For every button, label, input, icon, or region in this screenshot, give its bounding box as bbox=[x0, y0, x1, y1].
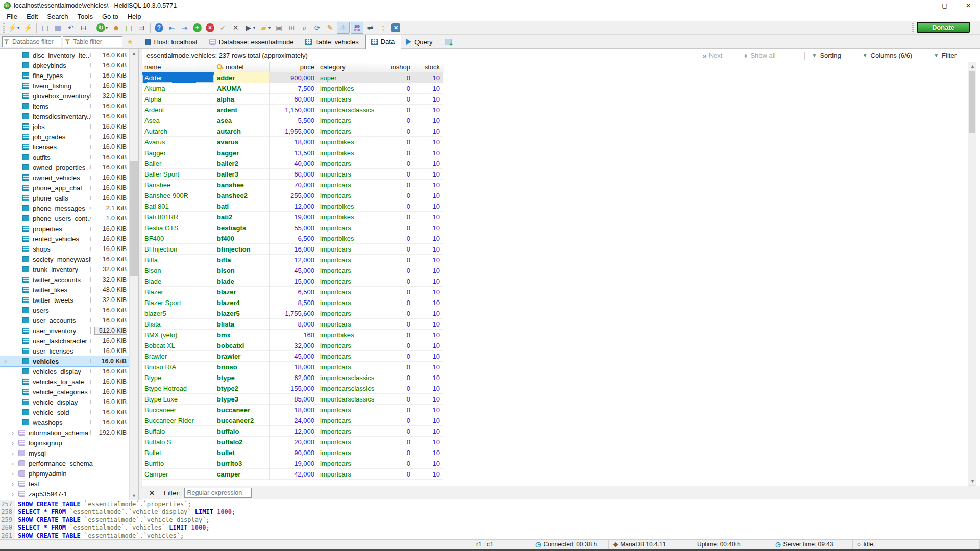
cell-category[interactable]: importcars bbox=[317, 447, 383, 458]
cell-category[interactable]: importcars bbox=[317, 276, 383, 287]
cell-stock[interactable]: 10 bbox=[413, 233, 443, 244]
cell-inshop[interactable]: 0 bbox=[383, 383, 413, 394]
cell-price[interactable]: 5,500 bbox=[270, 115, 317, 126]
export-grid-icon[interactable]: ⊞ bbox=[286, 22, 298, 33]
cell-inshop[interactable]: 0 bbox=[383, 276, 413, 287]
menu-file[interactable]: File bbox=[2, 12, 22, 21]
tree-table-user_accounts[interactable]: user_accounts16.0 KiB bbox=[0, 315, 129, 325]
cell-price[interactable]: 32,000 bbox=[270, 340, 317, 351]
cell-model[interactable]: buccaneer bbox=[214, 405, 270, 415]
grid-scrollbar[interactable]: ▲ ▼ bbox=[968, 62, 976, 486]
cell-stock[interactable]: 10 bbox=[413, 447, 443, 458]
cell-model[interactable]: banshee bbox=[214, 180, 270, 190]
binary-view-icon[interactable]: 100 010 bbox=[351, 22, 363, 34]
cell-name[interactable]: Burrito bbox=[142, 458, 214, 469]
cell-model[interactable]: bmx bbox=[214, 330, 270, 340]
cell-model[interactable]: bfinjection bbox=[214, 244, 270, 255]
cell-category[interactable]: importcars bbox=[317, 458, 383, 469]
tree-table-twitter_tweets[interactable]: twitter_tweets32.0 KiB bbox=[0, 295, 129, 305]
cell-price[interactable]: 155,000 bbox=[270, 383, 317, 394]
cell-inshop[interactable]: 0 bbox=[383, 115, 413, 126]
tree-table-shops[interactable]: shops16.0 KiB bbox=[0, 244, 129, 254]
expand-arrow-icon[interactable]: › bbox=[9, 470, 16, 478]
cell-model[interactable]: baller3 bbox=[214, 169, 270, 180]
cell-model[interactable]: blazer bbox=[214, 287, 270, 297]
database-filter-input[interactable] bbox=[12, 38, 57, 45]
cell-name[interactable]: Bagger bbox=[142, 147, 214, 158]
cell-model[interactable]: blazer4 bbox=[214, 297, 270, 308]
session-manager-icon[interactable]: ⚡▾ bbox=[7, 22, 21, 33]
tree-table-society_moneywash[interactable]: society_moneywash16.0 KiB bbox=[0, 254, 129, 264]
cell-inshop[interactable]: 0 bbox=[383, 415, 413, 426]
cell-price[interactable]: 13,500 bbox=[270, 147, 317, 158]
cell-inshop[interactable]: 0 bbox=[383, 287, 413, 297]
column-header-category[interactable]: category bbox=[317, 62, 383, 72]
cell-category[interactable]: importbikes bbox=[317, 137, 383, 147]
cell-stock[interactable]: 10 bbox=[413, 105, 443, 115]
refresh-icon[interactable]: ↻▾ bbox=[95, 22, 109, 33]
cell-category[interactable]: importcars bbox=[317, 126, 383, 137]
column-header-stock[interactable]: stock bbox=[413, 62, 443, 72]
cell-price[interactable]: 19,000 bbox=[270, 212, 317, 222]
tree-table-trunk_inventory[interactable]: trunk_inventory32.0 KiB bbox=[0, 264, 129, 274]
run-query-icon[interactable]: ▶▾ bbox=[242, 22, 257, 33]
tree-table-vehicles_display[interactable]: vehicles_display16.0 KiB bbox=[0, 366, 129, 377]
cell-category[interactable]: importcarsclassics bbox=[317, 394, 383, 405]
cell-name[interactable]: Bati 801 bbox=[142, 201, 214, 212]
expand-arrow-icon[interactable]: › bbox=[9, 480, 16, 488]
cell-category[interactable]: importcars bbox=[317, 362, 383, 372]
tree-database-information_schema[interactable]: ›information_schema192.0 KiB bbox=[0, 428, 129, 438]
cell-category[interactable]: importcars bbox=[317, 426, 383, 437]
cell-name[interactable]: Bison bbox=[142, 265, 214, 276]
cell-stock[interactable]: 10 bbox=[413, 244, 443, 255]
cell-stock[interactable]: 10 bbox=[413, 115, 443, 126]
cell-stock[interactable]: 10 bbox=[413, 308, 443, 319]
cell-name[interactable]: Autarch bbox=[142, 126, 214, 137]
cell-name[interactable]: BMX (velo) bbox=[142, 330, 214, 340]
expand-arrow-icon[interactable]: › bbox=[9, 460, 16, 467]
save-icon[interactable]: ▣ bbox=[273, 22, 285, 33]
cell-category[interactable]: importcars bbox=[317, 437, 383, 447]
cell-price[interactable]: 15,000 bbox=[270, 276, 317, 287]
discard-edit-icon[interactable]: ✕ bbox=[230, 22, 241, 33]
menu-go-to[interactable]: Go to bbox=[97, 12, 123, 21]
tree-table-phone_messages[interactable]: phone_messages2.1 KiB bbox=[0, 203, 129, 213]
cell-stock[interactable]: 10 bbox=[413, 147, 443, 158]
cell-inshop[interactable]: 0 bbox=[383, 83, 413, 94]
cell-stock[interactable]: 10 bbox=[413, 319, 443, 330]
cell-stock[interactable]: 10 bbox=[413, 437, 443, 447]
cell-inshop[interactable]: 0 bbox=[383, 405, 413, 415]
cell-inshop[interactable]: 0 bbox=[383, 265, 413, 276]
cell-price[interactable]: 16,000 bbox=[270, 244, 317, 255]
cell-price[interactable]: 19,000 bbox=[270, 458, 317, 469]
cell-price[interactable]: 85,000 bbox=[270, 394, 317, 405]
undo-icon[interactable]: ↶ bbox=[65, 22, 77, 33]
cell-inshop[interactable]: 0 bbox=[383, 244, 413, 255]
cell-name[interactable]: Bobcat XL bbox=[142, 340, 214, 351]
cell-model[interactable]: avarus bbox=[214, 137, 270, 147]
cell-model[interactable]: burrito3 bbox=[214, 458, 270, 469]
tree-table-phone_app_chat[interactable]: phone_app_chat16.0 KiB bbox=[0, 183, 129, 193]
cell-category[interactable]: importcars bbox=[317, 340, 383, 351]
cell-stock[interactable]: 10 bbox=[413, 394, 443, 405]
cell-name[interactable]: Bestia GTS bbox=[142, 222, 214, 233]
tree-database-zap535947-1[interactable]: ›zap535947-1 bbox=[0, 489, 129, 499]
cell-name[interactable]: Baller Sport bbox=[142, 169, 214, 180]
tree-table-itemsdicsinventary[interactable]: itemsdicsinventary...16.0 KiB bbox=[0, 111, 129, 121]
cell-category[interactable]: importcarsclassics bbox=[317, 105, 383, 115]
favorites-star-icon[interactable]: ★ bbox=[127, 37, 133, 46]
columns-button[interactable]: ▼Columns (6/6) bbox=[863, 52, 913, 59]
tree-table-phone_calls[interactable]: phone_calls16.0 KiB bbox=[0, 193, 129, 203]
cell-stock[interactable]: 10 bbox=[413, 169, 443, 180]
disconnect-icon[interactable]: ⚡ bbox=[22, 22, 34, 33]
cell-model[interactable]: banshee2 bbox=[214, 190, 270, 201]
cell-price[interactable]: 900,000 bbox=[270, 72, 317, 83]
cell-name[interactable]: Blade bbox=[142, 276, 214, 287]
cell-category[interactable]: importcars bbox=[317, 222, 383, 233]
cell-inshop[interactable]: 0 bbox=[383, 137, 413, 147]
cell-inshop[interactable]: 0 bbox=[383, 201, 413, 212]
cell-stock[interactable]: 10 bbox=[413, 190, 443, 201]
cell-model[interactable]: alpha bbox=[214, 94, 270, 105]
cell-model[interactable]: bagger bbox=[214, 147, 270, 158]
tab-data[interactable]: Data bbox=[365, 35, 401, 49]
